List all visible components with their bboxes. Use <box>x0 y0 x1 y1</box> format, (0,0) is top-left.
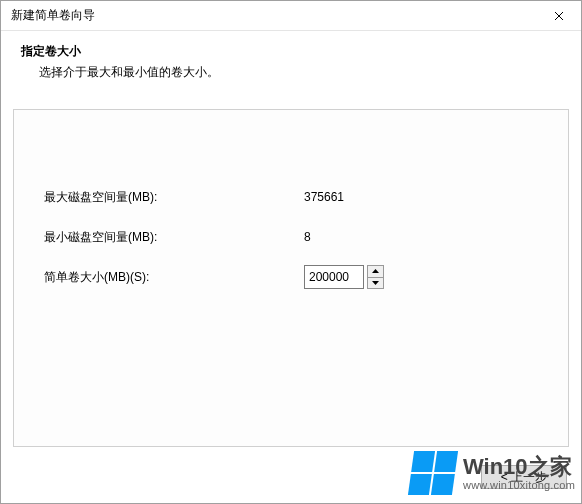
min-disk-space-label: 最小磁盘空间量(MB): <box>44 229 304 246</box>
field-row-size: 简单卷大小(MB)(S): <box>44 264 568 290</box>
spinner-down-button[interactable] <box>367 277 384 290</box>
wizard-header: 指定卷大小 选择介于最大和最小值的卷大小。 <box>1 31 581 99</box>
chevron-up-icon <box>372 269 379 273</box>
close-button[interactable] <box>536 1 581 31</box>
wizard-footer: < 上一步 <box>1 451 581 503</box>
window-title: 新建简单卷向导 <box>11 7 95 24</box>
wizard-window: 新建简单卷向导 指定卷大小 选择介于最大和最小值的卷大小。 最大磁盘空间量(MB… <box>0 0 582 504</box>
chevron-down-icon <box>372 281 379 285</box>
back-button[interactable]: < 上一步 <box>481 465 567 489</box>
volume-size-spinner <box>304 265 384 289</box>
content-panel: 最大磁盘空间量(MB): 375661 最小磁盘空间量(MB): 8 简单卷大小… <box>13 109 569 447</box>
field-row-max: 最大磁盘空间量(MB): 375661 <box>44 184 568 210</box>
volume-size-input[interactable] <box>304 265 364 289</box>
wizard-step-title: 指定卷大小 <box>21 43 561 60</box>
close-icon <box>554 7 564 25</box>
field-grid: 最大磁盘空间量(MB): 375661 最小磁盘空间量(MB): 8 简单卷大小… <box>44 184 568 290</box>
min-disk-space-value: 8 <box>304 230 311 244</box>
wizard-step-subtitle: 选择介于最大和最小值的卷大小。 <box>39 64 561 81</box>
field-row-min: 最小磁盘空间量(MB): 8 <box>44 224 568 250</box>
volume-size-label: 简单卷大小(MB)(S): <box>44 269 304 286</box>
max-disk-space-value: 375661 <box>304 190 344 204</box>
titlebar: 新建简单卷向导 <box>1 1 581 31</box>
spinner-buttons <box>367 265 384 289</box>
max-disk-space-label: 最大磁盘空间量(MB): <box>44 189 304 206</box>
spinner-up-button[interactable] <box>367 265 384 277</box>
